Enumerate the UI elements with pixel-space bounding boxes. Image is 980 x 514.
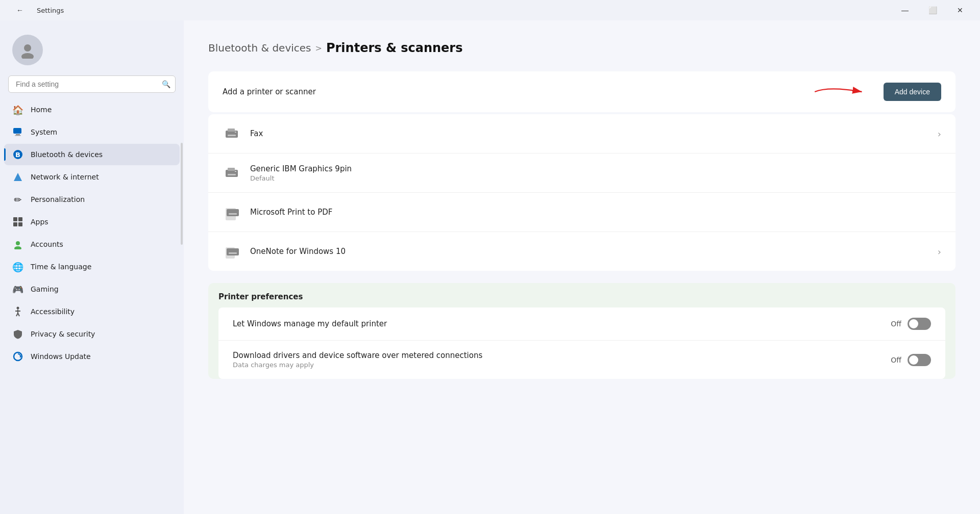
privacy-icon [12,328,23,340]
sidebar-item-home[interactable]: 🏠 Home [4,99,180,120]
maximize-button[interactable]: ⬜ [921,2,944,18]
svg-point-1 [21,53,34,59]
pref-row-label-default: Let Windows manage my default printer [233,319,387,328]
svg-point-12 [16,241,20,245]
svg-rect-32 [229,213,237,215]
minimize-button[interactable]: — [893,2,917,18]
pref-card: Let Windows manage my default printer Of… [218,307,945,379]
svg-rect-35 [229,252,237,254]
window-controls: — ⬜ ✕ [893,2,972,18]
printer-icon-ibm [223,164,241,182]
svg-point-14 [17,307,19,310]
printer-left-pdf: Microsoft Print to PDF [223,203,332,221]
scrollbar[interactable] [181,143,183,245]
printer-name-onenote: OneNote for Windows 10 [250,247,346,256]
svg-rect-11 [18,222,22,226]
system-icon [12,126,23,138]
add-device-row: Add a printer or scanner Add device [208,71,955,112]
printer-chevron-onenote: › [938,246,941,257]
sidebar-item-accounts[interactable]: Accounts [4,234,180,255]
printer-info-fax: Fax [250,129,263,138]
breadcrumb-current: Printers & scanners [326,41,463,55]
add-device-button[interactable]: Add device [884,83,941,101]
sidebar-nav: 🏠 Home System B Bluetooth & devices [0,99,184,367]
printer-left-ibm: Generic IBM Graphics 9pin Default [223,164,352,182]
svg-rect-29 [235,171,236,172]
avatar-icon [12,35,43,65]
pref-row-label-metered: Download drivers and device software ove… [233,351,482,369]
bluetooth-icon: B [12,149,23,160]
sidebar-label-apps: Apps [31,218,48,226]
svg-text:B: B [15,151,20,159]
printer-preferences-section: Printer preferences Let Windows manage m… [208,283,955,379]
gaming-icon: 🎮 [12,284,23,295]
pref-status-default: Off [891,320,901,328]
sidebar-item-bluetooth[interactable]: B Bluetooth & devices [4,144,180,165]
toggle-default-printer[interactable] [908,318,931,330]
pref-sublabel-metered: Data charges may apply [233,361,482,369]
breadcrumb-parent[interactable]: Bluetooth & devices [208,42,311,54]
sidebar-label-gaming: Gaming [31,285,59,293]
sidebar-label-accounts: Accounts [31,240,63,248]
back-button[interactable]: ← [8,2,32,18]
sidebar-item-system[interactable]: System [4,121,180,143]
home-icon: 🏠 [12,104,23,115]
svg-rect-23 [228,128,235,132]
sidebar-item-personalization[interactable]: ✏️ Personalization [4,189,180,210]
sidebar-item-update[interactable]: Windows Update [4,346,180,367]
pref-label-default-printer: Let Windows manage my default printer [233,319,387,328]
accessibility-icon [12,306,23,317]
sidebar-label-network: Network & internet [31,173,99,181]
svg-rect-24 [228,135,236,136]
svg-rect-2 [13,128,21,134]
apps-icon [12,216,23,227]
svg-rect-34 [227,248,239,255]
printer-info-onenote: OneNote for Windows 10 [250,247,346,256]
svg-point-0 [24,44,31,52]
sidebar-item-privacy[interactable]: Privacy & security [4,323,180,345]
printer-item-ibm[interactable]: Generic IBM Graphics 9pin Default [208,153,955,193]
pref-right-metered: Off [891,354,931,366]
printer-info-pdf: Microsoft Print to PDF [250,208,332,217]
svg-rect-31 [227,209,239,216]
time-icon: 🌐 [12,261,23,272]
search-input[interactable] [8,75,176,93]
sidebar-item-network[interactable]: Network & internet [4,166,180,188]
sidebar: 🔍 🏠 Home System B [0,20,184,514]
app-title: Settings [37,7,64,14]
pref-row-metered: Download drivers and device software ove… [218,341,945,379]
svg-rect-3 [16,134,20,135]
printer-icon-fax [223,124,241,143]
pref-status-metered: Off [891,356,901,364]
svg-rect-25 [235,132,236,133]
sidebar-label-privacy: Privacy & security [31,330,95,338]
svg-line-18 [18,313,19,316]
personalization-icon: ✏️ [12,194,23,205]
breadcrumb-chevron: > [315,43,322,53]
svg-rect-28 [228,174,236,175]
sidebar-item-apps[interactable]: Apps [4,211,180,233]
sidebar-label-time: Time & language [31,263,91,271]
close-button[interactable]: ✕ [948,2,972,18]
sidebar-item-time[interactable]: 🌐 Time & language [4,256,180,277]
sidebar-item-gaming[interactable]: 🎮 Gaming [4,278,180,300]
printer-name-pdf: Microsoft Print to PDF [250,208,332,217]
printer-item-pdf[interactable]: Microsoft Print to PDF [208,193,955,232]
svg-point-13 [14,246,21,249]
update-icon [12,351,23,362]
sidebar-label-personalization: Personalization [31,195,85,203]
svg-rect-10 [13,222,17,226]
search-icon: 🔍 [162,80,170,88]
sidebar-label-system: System [31,128,57,136]
sidebar-label-bluetooth: Bluetooth & devices [31,150,103,159]
printer-item-onenote[interactable]: OneNote for Windows 10 › [208,232,955,271]
printer-name-ibm: Generic IBM Graphics 9pin [250,164,352,173]
title-bar-left: ← Settings [8,2,64,18]
arrow-annotation [810,84,871,99]
sidebar-item-accessibility[interactable]: Accessibility [4,301,180,322]
printer-chevron-fax: › [938,128,941,139]
printer-item-fax[interactable]: Fax › [208,114,955,153]
breadcrumb: Bluetooth & devices > Printers & scanner… [208,41,955,55]
svg-rect-4 [15,135,21,136]
toggle-metered[interactable] [908,354,931,366]
